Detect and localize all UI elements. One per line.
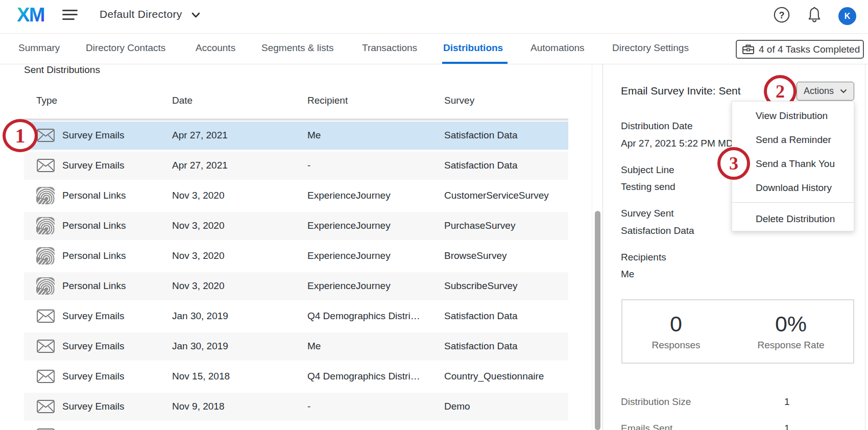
svg-text:?: ? — [779, 10, 785, 20]
svg-text:XM: XM — [17, 6, 44, 26]
